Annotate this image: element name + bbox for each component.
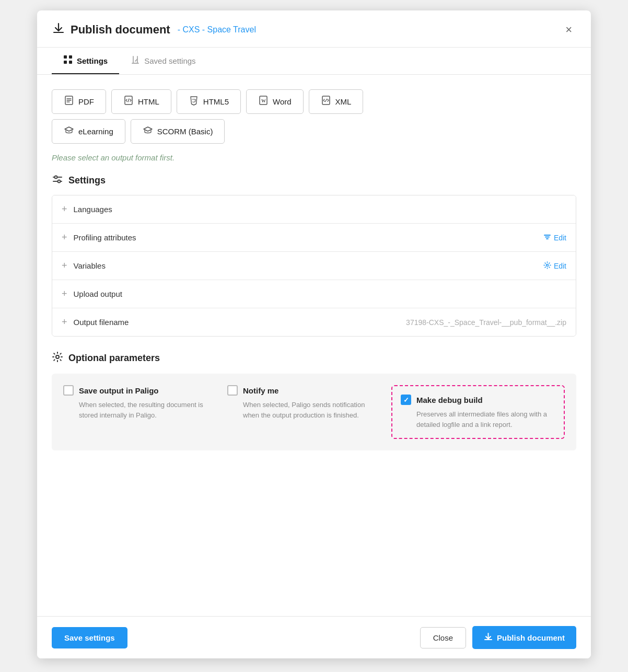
- xml-icon: [321, 95, 331, 108]
- profiling-edit-button[interactable]: Edit: [543, 233, 566, 242]
- pdf-icon: [64, 95, 74, 108]
- settings-row-upload[interactable]: + Upload output: [52, 280, 576, 308]
- debug-build-desc: Preserves all intermediate files along w…: [401, 409, 555, 430]
- word-icon: W: [258, 95, 269, 108]
- profiling-label: Profiling attributes: [74, 233, 543, 242]
- format-buttons-row1: PDF HTML H: [52, 89, 576, 114]
- notify-label: Notify me: [243, 386, 278, 395]
- tab-saved-settings[interactable]: Saved settings: [119, 48, 207, 74]
- gear-icon: [52, 351, 63, 365]
- tab-settings[interactable]: Settings: [52, 48, 119, 74]
- filename-value: 37198-CXS_-_Space_Travel-__pub_format__.…: [406, 318, 566, 327]
- publish-document-modal: Publish document - CXS - Space Travel × …: [37, 10, 591, 658]
- settings-row-languages[interactable]: + Languages: [52, 195, 576, 224]
- format-scorm-button[interactable]: SCORM (Basic): [131, 119, 225, 144]
- param-debug-top: Make debug build: [401, 395, 555, 405]
- format-word-button[interactable]: W Word: [246, 89, 304, 114]
- svg-rect-2: [64, 61, 67, 64]
- filter-icon: [543, 233, 551, 242]
- plus-icon-upload: +: [62, 288, 67, 299]
- format-buttons-row2: eLearning SCORM (Basic): [52, 119, 576, 144]
- tab-settings-label: Settings: [77, 56, 108, 65]
- svg-rect-3: [69, 61, 72, 64]
- publish-download-icon: [484, 632, 493, 643]
- format-html-button[interactable]: HTML: [111, 89, 171, 114]
- optional-params-area: Save output in Paligo When selected, the…: [52, 374, 576, 450]
- settings-section-header: Settings: [52, 173, 576, 188]
- format-elearning-button[interactable]: eLearning: [52, 119, 125, 144]
- languages-label: Languages: [74, 205, 566, 214]
- scorm-icon: [143, 125, 153, 138]
- tabs-row: Settings Saved settings: [37, 48, 591, 75]
- elearning-label: eLearning: [78, 127, 113, 136]
- settings-row-filename[interactable]: + Output filename 37198-CXS_-_Space_Trav…: [52, 308, 576, 336]
- saved-settings-icon: [131, 55, 140, 66]
- modal-subtitle: - CXS - Space Travel: [178, 25, 256, 34]
- html-icon: [123, 95, 134, 108]
- modal-title: Publish document: [71, 23, 170, 37]
- format-pdf-button[interactable]: PDF: [52, 89, 106, 114]
- svg-rect-1: [69, 55, 72, 59]
- param-notify: Notify me When selected, Paligo sends no…: [227, 385, 391, 439]
- format-html5-button[interactable]: HTML5: [177, 89, 241, 114]
- footer-right: Close Publish document: [420, 626, 576, 649]
- optional-params-title: Optional parameters: [68, 353, 160, 364]
- modal-header: Publish document - CXS - Space Travel ×: [37, 10, 591, 48]
- optional-section-header: Optional parameters: [52, 351, 576, 365]
- html5-label: HTML5: [203, 97, 229, 106]
- param-save-top: Save output in Paligo: [63, 385, 218, 396]
- svg-point-13: [546, 264, 548, 266]
- param-save-output: Save output in Paligo When selected, the…: [63, 385, 227, 439]
- xml-label: XML: [335, 97, 352, 106]
- plus-icon-profiling: +: [62, 232, 67, 243]
- html5-icon: [189, 95, 199, 108]
- svg-rect-0: [64, 55, 67, 59]
- variables-label: Variables: [74, 261, 543, 270]
- close-icon-button[interactable]: ×: [561, 22, 576, 38]
- elearning-icon: [64, 125, 74, 138]
- debug-build-label: Make debug build: [416, 396, 483, 404]
- save-output-label: Save output in Paligo: [79, 386, 159, 395]
- save-output-checkbox[interactable]: [63, 385, 74, 396]
- param-debug-build: Make debug build Preserves all intermedi…: [391, 385, 565, 439]
- tab-saved-settings-label: Saved settings: [144, 56, 195, 65]
- upload-label: Upload output: [74, 289, 566, 298]
- settings-row-variables[interactable]: + Variables Edit: [52, 252, 576, 280]
- format-xml-button[interactable]: XML: [309, 89, 364, 114]
- variables-edit-label: Edit: [554, 262, 566, 270]
- notify-desc: When selected, Paligo sends notification…: [227, 400, 382, 420]
- modal-footer: Save settings Close Publish document: [37, 616, 591, 658]
- settings-title: Settings: [68, 175, 106, 186]
- plus-icon-variables: +: [62, 260, 67, 271]
- profiling-edit-label: Edit: [554, 234, 566, 242]
- svg-point-12: [58, 180, 61, 183]
- svg-text:W: W: [261, 98, 266, 103]
- debug-build-checkbox[interactable]: [401, 395, 411, 405]
- plus-icon-filename: +: [62, 317, 67, 328]
- format-hint: Please select an output format first.: [52, 153, 576, 162]
- variables-edit-button[interactable]: Edit: [543, 261, 566, 271]
- plus-icon-languages: +: [62, 204, 67, 215]
- svg-point-14: [56, 355, 59, 358]
- settings-row-profiling[interactable]: + Profiling attributes Edit: [52, 224, 576, 252]
- download-icon: [52, 22, 65, 38]
- gear-edit-icon: [543, 261, 551, 271]
- svg-point-10: [55, 176, 57, 179]
- publish-label: Publish document: [497, 633, 565, 642]
- modal-title-area: Publish document - CXS - Space Travel: [52, 22, 256, 38]
- close-button[interactable]: Close: [420, 627, 466, 648]
- settings-list: + Languages + Profiling attributes Edit: [52, 195, 576, 337]
- notify-checkbox[interactable]: [227, 385, 238, 396]
- html-label: HTML: [138, 97, 159, 106]
- scorm-label: SCORM (Basic): [157, 127, 213, 136]
- pdf-label: PDF: [78, 97, 94, 106]
- settings-sliders-icon: [52, 173, 63, 188]
- word-label: Word: [273, 97, 292, 106]
- filename-label: Output filename: [74, 318, 406, 327]
- settings-grid-icon: [63, 55, 73, 66]
- publish-document-button[interactable]: Publish document: [472, 626, 576, 649]
- modal-body: PDF HTML H: [37, 75, 591, 616]
- save-output-desc: When selected, the resulting document is…: [63, 400, 218, 420]
- save-settings-button[interactable]: Save settings: [52, 627, 127, 648]
- param-notify-top: Notify me: [227, 385, 382, 396]
